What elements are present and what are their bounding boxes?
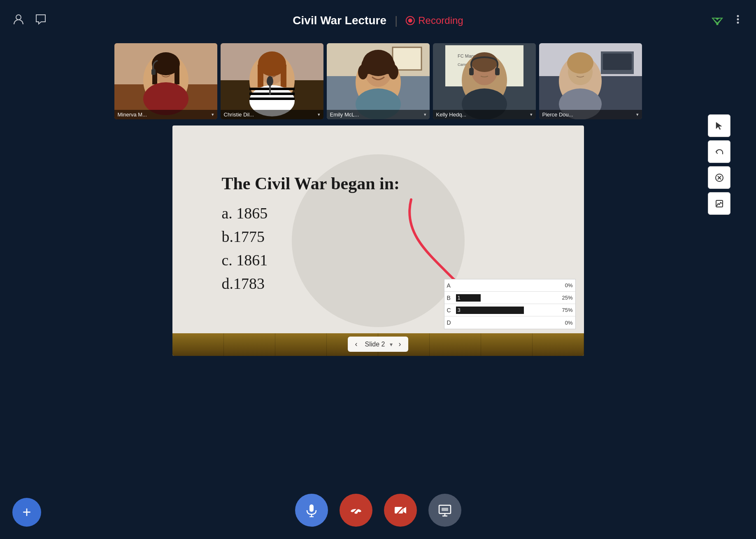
screen-share-button[interactable] [428,494,461,527]
recording-dot-inner [408,19,412,23]
slide-navigation: ‹ Slide 2 ▾ › [348,337,409,352]
slide-question: The Civil War began in: [222,174,400,193]
poll-row-d: D 0% [444,316,575,329]
chevron-down-icon: ▾ [636,112,639,117]
participant-label: Christie Dil... ▾ [221,110,323,119]
header-right [711,14,744,28]
wood-plank [172,333,224,356]
participant-name: Kelly Hedq... [436,112,467,118]
main-area: The Civil War began in: a. 1865 b.1775 c… [0,125,756,356]
poll-bar [456,307,524,314]
poll-row-a: A 0% [444,279,575,292]
slide-dropdown-icon[interactable]: ▾ [390,341,393,348]
participant-silhouette [327,43,430,119]
slide-label: Slide 2 [363,341,387,348]
slide-option-b: b.1775 [222,225,400,249]
header: Civil War Lecture | Recording [0,0,756,41]
participant-silhouette [221,43,323,119]
slide-frame: The Civil War began in: a. 1865 b.1775 c… [172,125,584,356]
svg-rect-75 [442,508,448,511]
svg-rect-32 [393,47,421,70]
bottom-toolbar [295,494,461,527]
header-center: Civil War Lecture | Recording [293,14,463,27]
poll-percent: 75% [556,307,573,313]
wood-plank [275,333,327,356]
wood-plank [224,333,275,356]
poll-bar-area [456,282,556,289]
recording-label: Recording [418,15,463,26]
poll-percent: 25% [556,295,573,301]
participant-tile[interactable]: Emily McL... ▾ [327,43,430,119]
participant-silhouette: FC Manson Campaign [433,43,536,119]
chat-icon[interactable] [35,13,47,28]
slide-option-d: d.1783 [222,272,400,295]
cursor-tool-button[interactable] [708,114,730,137]
participant-video [327,43,430,119]
poll-row-c: C 3 75% [444,304,575,316]
close-annotation-button[interactable] [708,166,730,189]
participant-video [114,43,217,119]
user-icon[interactable] [12,13,25,28]
participant-tile[interactable]: Pierce Dou... ▾ [539,43,642,119]
chevron-down-icon: ▾ [212,112,214,117]
poll-row-b: B 1 25% [444,292,575,304]
more-options-icon[interactable] [732,14,744,28]
title-divider: | [395,14,398,27]
participant-label: Emily McL... ▾ [327,110,430,119]
poll-letter: C [447,307,456,314]
poll-bar-area [456,319,556,326]
end-call-button[interactable] [340,494,372,527]
header-left [12,13,47,28]
poll-percent: 0% [556,320,573,326]
next-slide-button[interactable]: › [396,339,403,349]
poll-letter: B [447,295,456,301]
meeting-title: Civil War Lecture [293,14,386,27]
participant-name: Pierce Dou... [542,112,573,118]
participant-tile[interactable]: Minerva M... ▾ [114,43,217,119]
svg-rect-54 [603,53,632,70]
svg-rect-14 [174,64,179,84]
participant-video [539,43,642,119]
poll-letter: A [447,282,456,289]
poll-count: 1 [458,294,461,302]
wood-plank [481,333,533,356]
svg-rect-49 [495,68,500,75]
participant-label: Minerva M... ▾ [114,110,217,119]
poll-bar-area: 1 [456,294,556,302]
chevron-down-icon: ▾ [318,112,320,117]
svg-rect-26 [249,93,295,95]
svg-rect-65 [309,504,314,512]
slide-content: The Civil War began in: a. 1865 b.1775 c… [222,174,400,295]
prev-slide-button[interactable]: ‹ [353,339,360,349]
participant-name: Christie Dil... [224,112,254,118]
svg-point-29 [267,76,273,86]
participant-video: FC Manson Campaign [433,43,536,119]
microphone-button[interactable] [295,494,328,527]
wood-plank [430,333,481,356]
video-button[interactable] [384,494,417,527]
participant-silhouette [114,43,217,119]
svg-rect-23 [281,65,286,87]
recording-dot-icon [406,16,415,25]
svg-point-6 [737,18,739,20]
wifi-icon [711,14,724,28]
slide-container: The Civil War began in: a. 1865 b.1775 c… [172,125,584,356]
right-toolbar [708,114,730,215]
add-button[interactable]: + [12,498,41,527]
svg-point-5 [737,15,739,17]
svg-marker-60 [716,122,722,130]
svg-point-39 [388,65,398,79]
participant-tile[interactable]: FC Manson Campaign Kelly Hedq... ▾ [433,43,536,119]
participant-label: Kelly Hedq... ▾ [433,110,536,119]
analytics-button[interactable] [708,192,730,215]
wood-plank [533,333,584,356]
participant-tile[interactable]: Christie Dil... ▾ [221,43,323,119]
participant-name: Emily McL... [330,112,359,118]
svg-point-47 [471,52,498,72]
svg-rect-22 [258,65,263,87]
poll-percent: 0% [556,282,573,288]
poll-results: A 0% B 1 25% C [444,279,576,329]
slide-option-a: a. 1865 [222,202,400,225]
participants-strip: Minerva M... ▾ [0,41,756,121]
undo-button[interactable] [708,140,730,163]
